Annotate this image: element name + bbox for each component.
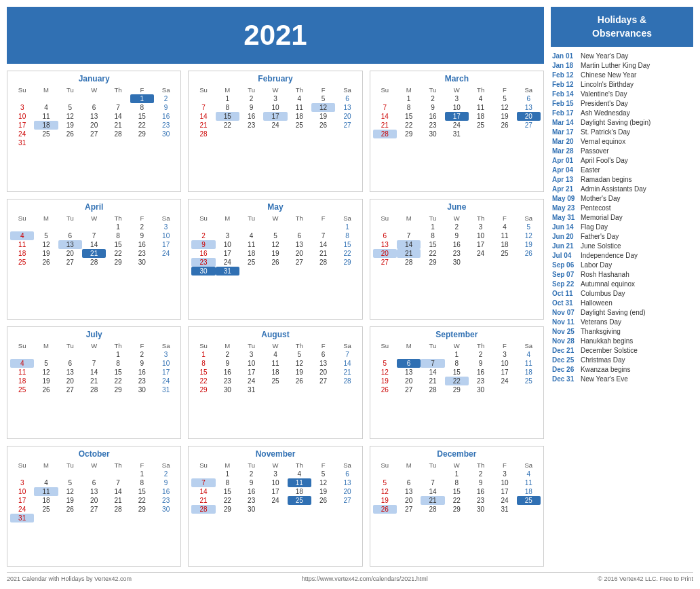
month-title-december: December (373, 449, 541, 459)
holiday-list-item: Feb 15President's Day (551, 98, 693, 108)
holiday-list-item: Nov 28Hanukkah begins (551, 336, 693, 345)
holiday-name: Columbus Day (581, 290, 625, 297)
month-title-october: October (10, 449, 178, 459)
month-title-may: May (191, 202, 359, 212)
holiday-name: April Fool's Day (581, 157, 628, 164)
holiday-date: Oct 31 (552, 299, 578, 307)
holiday-name: Martin Luther King Day (581, 62, 650, 69)
holiday-list-item: Feb 17Ash Wednesday (551, 108, 693, 117)
holiday-list-item: Apr 21Admin Assistants Day (551, 184, 693, 193)
holiday-name: Autumnal equinox (581, 280, 635, 288)
holiday-list-item: May 31Memorial Day (551, 212, 693, 222)
holiday-date: May 23 (552, 204, 578, 212)
holiday-list-item: Dec 26Kwanzaa begins (551, 364, 693, 374)
holiday-date: Feb 14 (552, 90, 578, 98)
holiday-list-item: Oct 31Halloween (551, 298, 693, 307)
holiday-date: Mar 17 (552, 128, 578, 136)
holiday-list-item: Mar 17St. Patrick's Day (551, 127, 693, 136)
holiday-list-item: Jun 21June Solstice (551, 241, 693, 250)
holiday-date: Apr 04 (552, 166, 578, 174)
holiday-name: Father's Day (581, 233, 619, 240)
holiday-name: Hanukkah begins (581, 337, 633, 345)
holiday-date: Mar 14 (552, 119, 578, 126)
holiday-list-item: Jan 18Martin Luther King Day (551, 60, 693, 70)
holiday-list-item: Sep 07Rosh Hashanah (551, 269, 693, 279)
month-november: November SuMTuWThFSa 123456 78910111213 … (188, 446, 362, 567)
month-june: June SuMTuWThFSa 12345 6789101112 131415… (370, 199, 544, 320)
holiday-list-item: Sep 22Autumnal equinox (551, 279, 693, 288)
holiday-date: Mar 20 (552, 138, 578, 145)
sidebar-header: Holidays &Observances (551, 7, 693, 47)
holiday-name: New Year's Day (581, 52, 628, 60)
holiday-name: December Solstice (581, 347, 638, 354)
holiday-list-item: Oct 11Columbus Day (551, 288, 693, 298)
holiday-list-item: Nov 25Thanksgiving (551, 326, 693, 336)
holiday-date: Jan 18 (552, 62, 578, 69)
month-december: December SuMTuWThFSa 1234 567891011 1213… (370, 446, 544, 567)
holiday-date: Jun 14 (552, 223, 578, 231)
holiday-list-item: Jun 14Flag Day (551, 222, 693, 231)
footer-right: © 2016 Vertex42 LLC. Free to Print (598, 575, 693, 582)
holiday-date: Feb 12 (552, 71, 578, 79)
holiday-list-item: Feb 12Chinese New Year (551, 70, 693, 79)
months-grid: January SuMTuWThFSa 12 3456789 101112131… (7, 71, 544, 567)
holiday-date: Mar 28 (552, 147, 578, 155)
holiday-name: Easter (581, 166, 600, 174)
holiday-name: Passover (581, 147, 609, 155)
month-july: July SuMTuWThFSa 123 45678910 1112131415… (7, 326, 181, 439)
month-january: January SuMTuWThFSa 12 3456789 101112131… (7, 71, 181, 192)
holiday-date: Jul 04 (552, 252, 578, 259)
holiday-name: Admin Assistants Day (581, 185, 646, 193)
footer-left: 2021 Calendar with Holidays by Vertex42.… (7, 575, 132, 582)
month-title-april: April (10, 202, 178, 212)
month-title-july: July (10, 330, 178, 339)
holiday-name: Independence Day (581, 252, 638, 259)
holiday-name: June Solstice (581, 242, 621, 250)
month-title-august: August (191, 330, 359, 339)
holiday-date: Nov 11 (552, 318, 578, 326)
holiday-list: Jan 01New Year's DayJan 18Martin Luther … (551, 51, 693, 383)
holiday-date: Feb 15 (552, 100, 578, 107)
month-october: October SuMTuWThFSa 12 3456789 101112131… (7, 446, 181, 567)
holiday-list-item: Mar 28Passover (551, 146, 693, 155)
holiday-date: Feb 17 (552, 109, 578, 117)
month-august: August SuMTuWThFSa 1234567 891011121314 … (188, 326, 362, 439)
holiday-list-item: May 23Pentecost (551, 203, 693, 212)
holiday-list-item: Nov 11Veterans Day (551, 317, 693, 326)
holiday-date: Oct 11 (552, 290, 578, 297)
holiday-name: Kwanzaa begins (581, 366, 630, 373)
holiday-name: Pentecost (581, 204, 610, 212)
holiday-list-item: Sep 06Labor Day (551, 260, 693, 269)
holiday-name: Daylight Saving (begin) (581, 119, 650, 126)
holiday-date: Sep 06 (552, 261, 578, 269)
holiday-name: Lincoln's Birthday (581, 81, 634, 88)
footer-center: https://www.vertex42.com/calendars/2021.… (302, 575, 428, 582)
holiday-list-item: Apr 13Ramadan begins (551, 174, 693, 184)
month-march: March SuMTuWThFSa 123456 78910111213 141… (370, 71, 544, 192)
calendar-section: 2021 January SuMTuWThFSa 12 3456789 (7, 7, 544, 567)
holiday-name: Ramadan begins (581, 176, 632, 183)
holiday-date: Nov 25 (552, 328, 578, 335)
page: 2021 January SuMTuWThFSa 12 3456789 (0, 0, 700, 589)
holiday-name: Ash Wednesday (581, 109, 630, 117)
holiday-list-item: Jun 20Father's Day (551, 231, 693, 241)
sidebar: Holidays &Observances Jan 01New Year's D… (551, 7, 693, 567)
holiday-list-item: Apr 01April Fool's Day (551, 155, 693, 165)
holiday-name: St. Patrick's Day (581, 128, 630, 136)
holiday-name: President's Day (581, 100, 628, 107)
holiday-date: Sep 22 (552, 280, 578, 288)
holiday-name: Chinese New Year (581, 71, 636, 79)
holiday-date: Jan 01 (552, 52, 578, 60)
main-content: 2021 January SuMTuWThFSa 12 3456789 (7, 7, 693, 567)
holiday-name: Christmas Day (581, 356, 625, 364)
holiday-date: Feb 12 (552, 81, 578, 88)
holiday-list-item: Feb 12Lincoln's Birthday (551, 79, 693, 89)
holiday-date: Dec 25 (552, 356, 578, 364)
month-february: February SuMTuWThFSa 123456 78910111213 … (188, 71, 362, 192)
holiday-name: Veterans Day (581, 318, 621, 326)
holiday-name: Thanksgiving (581, 328, 621, 335)
holiday-date: May 09 (552, 195, 578, 202)
month-april: April SuMTuWThFSa 123 45678910 111213141… (7, 199, 181, 320)
holiday-name: Flag Day (581, 223, 608, 231)
holiday-date: Apr 21 (552, 185, 578, 193)
